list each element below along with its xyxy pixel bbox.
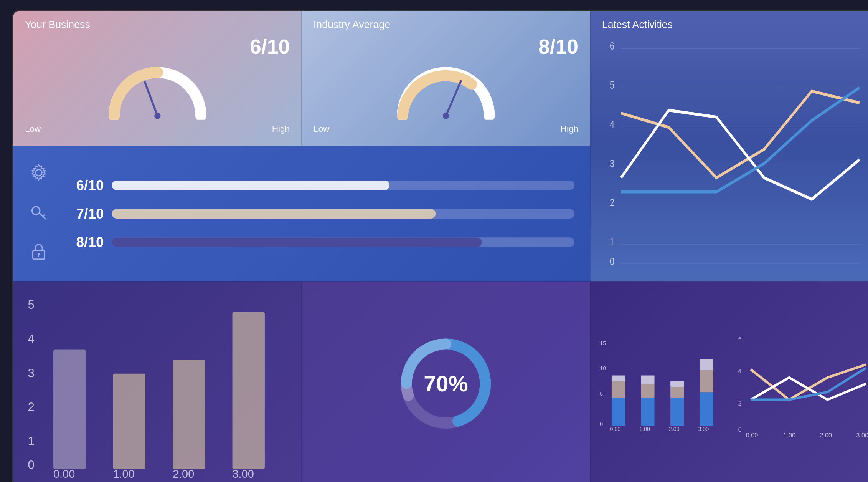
gauge-high-label-industry: High (561, 124, 579, 134)
svg-rect-51 (700, 392, 713, 426)
scores-bars: 6/10 7/10 8/10 (64, 177, 574, 250)
svg-text:2: 2 (738, 400, 742, 407)
bar-3 (173, 360, 205, 469)
industry-average-title: Industry Average (314, 19, 578, 31)
scores-panel: 6/10 7/10 8/10 (13, 146, 590, 281)
svg-text:3.00: 3.00 (856, 432, 868, 439)
stacked-bar-svg: 15 10 5 0 (598, 289, 733, 479)
bar-row-2: 7/10 (64, 205, 574, 222)
svg-text:6: 6 (610, 40, 614, 52)
lock-icon (29, 241, 48, 265)
svg-text:1.00: 1.00 (113, 468, 135, 479)
bar-track-2 (112, 209, 574, 219)
bar-score-2: 7/10 (64, 205, 104, 222)
svg-text:5: 5 (610, 79, 614, 91)
bar-4 (233, 312, 265, 469)
svg-rect-50 (670, 381, 684, 387)
key-icon (29, 202, 48, 225)
svg-point-3 (443, 113, 449, 119)
latest-activities-panel: Latest Activities 6 5 4 3 2 1 0 (590, 11, 868, 281)
svg-rect-45 (641, 398, 654, 426)
bar-1 (53, 349, 86, 469)
svg-point-23 (38, 253, 40, 255)
bar-score-1: 6/10 (64, 177, 104, 194)
svg-rect-46 (641, 384, 654, 398)
svg-text:1: 1 (28, 434, 34, 448)
svg-text:3: 3 (610, 157, 614, 169)
svg-text:3.00: 3.00 (698, 426, 709, 432)
activities-svg: 6 5 4 3 2 1 0 (602, 35, 867, 270)
svg-text:0: 0 (738, 426, 742, 433)
donut-label: 70% (424, 371, 468, 397)
svg-point-18 (36, 170, 42, 176)
svg-text:0.00: 0.00 (53, 468, 75, 479)
gauge-svg-industry (394, 61, 497, 120)
latest-activities-title: Latest Activities (602, 19, 867, 31)
gauge-low-label: Low (25, 124, 41, 134)
svg-point-19 (32, 207, 40, 215)
svg-text:0: 0 (28, 458, 34, 472)
svg-text:1.00: 1.00 (784, 432, 796, 439)
mini-line-svg: 6 4 2 0 0.00 1.00 2.00 3.00 (736, 289, 868, 479)
scores-icons (29, 163, 48, 264)
svg-rect-43 (612, 381, 625, 398)
svg-text:2.00: 2.00 (173, 468, 194, 479)
bar-chart-panel: 5 4 3 2 1 0 0.00 1.00 2.00 3.00 (13, 281, 302, 482)
svg-text:4: 4 (610, 118, 614, 130)
dashboard: Your Business 6/10 Low High Industry Ave… (12, 10, 868, 482)
svg-text:0: 0 (600, 421, 603, 427)
bar-row-3: 8/10 (64, 234, 574, 250)
svg-text:10: 10 (600, 365, 606, 371)
svg-text:6: 6 (738, 336, 742, 343)
svg-text:4: 4 (738, 368, 742, 374)
svg-text:4: 4 (28, 332, 34, 346)
stacked-chart: 15 10 5 0 (598, 289, 733, 479)
industry-average-score: 8/10 (314, 35, 578, 59)
industry-average-panel: Industry Average 8/10 Low High (302, 11, 590, 146)
svg-text:5: 5 (600, 391, 603, 397)
svg-rect-53 (700, 359, 713, 370)
industry-average-gauge: Low High (314, 61, 578, 138)
svg-rect-48 (670, 398, 684, 426)
svg-text:0.00: 0.00 (746, 432, 758, 439)
gauge-low-label-industry: Low (314, 124, 329, 134)
latest-activities-chart: 6 5 4 3 2 1 0 (602, 35, 867, 270)
svg-text:3: 3 (28, 366, 34, 380)
svg-text:2.00: 2.00 (668, 426, 679, 432)
svg-line-2 (446, 81, 461, 116)
svg-text:2: 2 (610, 196, 614, 208)
svg-text:0: 0 (610, 255, 614, 267)
gauge-svg-business (106, 61, 208, 120)
your-business-title: Your Business (25, 19, 290, 31)
svg-rect-47 (641, 375, 654, 384)
bar-score-3: 8/10 (64, 234, 104, 250)
your-business-gauge: Low High (25, 61, 290, 138)
svg-text:15: 15 (600, 340, 606, 346)
gauge-high-label: High (272, 124, 290, 134)
donut-panel: 70% (302, 281, 590, 482)
bar-chart-svg: 5 4 3 2 1 0 0.00 1.00 2.00 3.00 (21, 289, 294, 479)
your-business-score: 6/10 (25, 35, 290, 59)
bar-row-1: 6/10 (64, 177, 574, 194)
bar-track-3 (112, 237, 574, 247)
svg-rect-42 (612, 398, 625, 426)
svg-text:3.00: 3.00 (233, 468, 254, 479)
your-business-gauge-labels: Low High (25, 124, 290, 134)
stacked-bar-panel: 15 10 5 0 (590, 281, 868, 482)
svg-text:0.00: 0.00 (610, 426, 620, 432)
bar-2 (113, 374, 145, 469)
gear-icon (29, 163, 48, 186)
your-business-panel: Your Business 6/10 Low High (13, 11, 302, 146)
svg-rect-49 (670, 387, 684, 398)
svg-text:1.00: 1.00 (639, 426, 650, 432)
industry-average-gauge-labels: Low High (314, 124, 578, 134)
donut-container: 70% (394, 333, 497, 435)
svg-rect-44 (612, 375, 625, 381)
svg-line-21 (43, 215, 45, 216)
bar-fill-1 (112, 181, 389, 190)
svg-text:1: 1 (610, 235, 614, 247)
mini-line-chart: 6 4 2 0 0.00 1.00 2.00 3.00 (736, 289, 868, 479)
bar-fill-2 (112, 209, 436, 219)
svg-text:2.00: 2.00 (820, 432, 832, 439)
svg-rect-52 (700, 370, 713, 392)
